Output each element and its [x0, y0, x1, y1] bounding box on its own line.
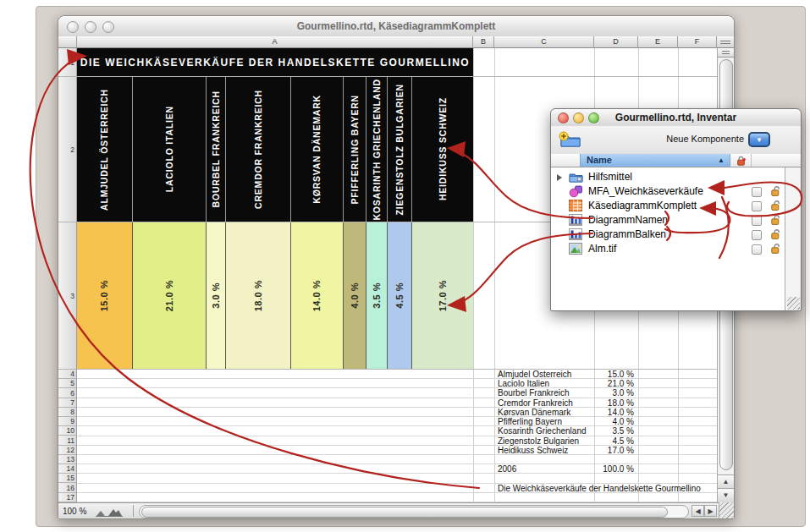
row-header-17[interactable]: 17 — [58, 493, 77, 502]
chart-category-label: CREMDOR FRANKREICH — [253, 90, 263, 209]
item-checkbox[interactable] — [752, 230, 762, 240]
item-checkbox[interactable] — [752, 244, 762, 255]
chart-category-cell[interactable]: HEIDIKUSS SCHWEIZ — [412, 77, 473, 222]
chart-category-label: BOURBEL FRANKREICH — [211, 90, 221, 207]
sheet-row-16[interactable]: Die Weichkäseverkäufe der Handelskette G… — [77, 484, 717, 493]
column-header-b[interactable]: B — [473, 36, 494, 48]
inventar-titlebar[interactable]: Gourmellino.rtd, Inventar — [551, 109, 801, 127]
main-window-titlebar[interactable]: Gourmellino.rtd, KäsediagrammKomplett — [58, 16, 734, 37]
chart-title-cell[interactable]: DIE WEICHKÄSEVERKÄUFE DER HANDELSKETTE G… — [77, 48, 473, 76]
chart-value-cell[interactable]: 18.0 % — [226, 222, 289, 369]
new-component-label: Neue Komponente — [666, 134, 744, 144]
unlock-icon[interactable] — [769, 171, 781, 183]
row-header-3[interactable]: 3 — [58, 222, 77, 370]
row-header-5[interactable]: 5 — [58, 379, 77, 388]
chart-category-cell[interactable]: CREMDOR FRANKREICH — [226, 77, 289, 222]
unlock-icon[interactable] — [769, 228, 781, 240]
row-header-6[interactable]: 6 — [58, 388, 77, 398]
column-header-d[interactable]: D — [594, 36, 638, 48]
row-header-16[interactable]: 16 — [58, 483, 77, 492]
unlock-icon[interactable] — [769, 200, 781, 211]
chart-value-cell[interactable]: 3.5 % — [366, 222, 387, 369]
scroll-left-button[interactable]: ◀ — [692, 505, 704, 517]
chart-value-cell[interactable]: 4.0 % — [344, 222, 366, 369]
row-header-7[interactable]: 7 — [58, 398, 77, 408]
chart-value-cell[interactable]: 3.0 % — [207, 222, 226, 369]
chart-value-cell[interactable]: 21.0 % — [133, 222, 206, 369]
sheet-row-10[interactable]: Kosarinth Griechenland3.5 % — [77, 426, 717, 436]
chart-category-cell[interactable]: BOURBEL FRANKREICH — [207, 77, 226, 222]
horizontal-scrollbar-thumb[interactable] — [141, 507, 668, 518]
item-checkbox[interactable] — [752, 201, 762, 211]
row-header-2[interactable]: 2 — [58, 77, 77, 222]
row-header-10[interactable]: 10 — [58, 426, 77, 436]
sheet-row-9[interactable]: Pfifferling Bayern4.0 % — [77, 417, 717, 426]
select-all-corner[interactable] — [58, 36, 77, 48]
inventar-scrollbar[interactable] — [785, 167, 800, 310]
zoom-in-icon[interactable] — [108, 509, 122, 516]
item-checkbox[interactable] — [752, 187, 762, 197]
chart-value-label: 4.0 % — [350, 282, 360, 309]
column-header-f[interactable]: F — [678, 36, 717, 48]
row-header-4[interactable]: 4 — [58, 370, 77, 379]
inventar-resize-grip[interactable] — [787, 297, 800, 310]
name-column-header[interactable]: Name ▲ — [580, 154, 730, 167]
scroll-right-button[interactable]: ▶ — [704, 505, 717, 517]
sheet-row-6[interactable]: Bourbel Frankreich3.0 % — [77, 388, 717, 398]
sheet-row-13[interactable] — [77, 455, 717, 464]
row-header-15[interactable]: 15 — [58, 474, 77, 483]
unlock-icon[interactable] — [769, 185, 781, 197]
horizontal-scrollbar[interactable] — [139, 505, 689, 518]
row-header-13[interactable]: 13 — [58, 455, 77, 464]
chart-value-cell[interactable]: 15.0 % — [77, 222, 132, 369]
cell-value: 17.0 % — [551, 446, 634, 455]
scroll-down-button[interactable]: ▼ — [718, 488, 734, 502]
disclosure-triangle-icon[interactable] — [557, 174, 562, 181]
column-header-a[interactable]: A — [77, 36, 473, 48]
chart-category-cell[interactable]: PFIFFERLING BAYERN — [344, 77, 366, 222]
chart-value-cell[interactable]: 14.0 % — [291, 222, 343, 369]
chart-value-cell[interactable]: 4.5 % — [388, 222, 411, 369]
row-header-8[interactable]: 8 — [58, 408, 77, 417]
sheet-row-7[interactable]: Cremdor Frankreich18.0 % — [77, 398, 717, 408]
list-item-hilfsmittel[interactable]: Hilfsmittel — [551, 170, 785, 184]
list-item-diagrammnamen[interactable]: DiagrammNamen — [551, 213, 785, 228]
zoom-level[interactable]: 100 % — [63, 507, 86, 516]
list-item-k-sediagrammkomplett[interactable]: KäsediagrammKomplett — [551, 199, 785, 213]
lock-column-header[interactable] — [730, 154, 752, 167]
new-folder-icon[interactable] — [558, 131, 581, 150]
sheet-row-11[interactable]: Ziegenstolz Bulgarien4.5 % — [77, 436, 717, 446]
list-item-alm-tif[interactable]: Alm.tif — [551, 242, 785, 256]
item-checkbox[interactable] — [752, 216, 762, 226]
unlock-icon[interactable] — [769, 214, 781, 226]
new-component-dropdown[interactable]: ▼ — [748, 132, 770, 147]
row-header-9[interactable]: 9 — [58, 417, 77, 426]
unlock-icon[interactable] — [769, 243, 781, 255]
sheet-row-4[interactable]: Almjudel Osterreich15.0 % — [77, 370, 717, 379]
row-header-14[interactable]: 14 — [58, 464, 77, 474]
chart-category-cell[interactable]: ZIEGENSTOLZ BULGARIEN — [388, 77, 411, 222]
list-item-diagrammbalken[interactable]: DiagrammBalken — [551, 228, 785, 242]
column-header-e[interactable]: E — [638, 36, 678, 48]
chart-category-cell[interactable]: LACIOLO ITALIEN — [133, 77, 206, 222]
row-header-12[interactable]: 12 — [58, 446, 77, 455]
chart-value-cell[interactable]: 17.0 % — [412, 222, 473, 369]
column-split-box[interactable] — [717, 36, 734, 48]
chart-category-cell[interactable]: ALMJUDEL ÖSTERREICH — [77, 77, 132, 222]
row-header-1[interactable]: 1 — [58, 48, 77, 77]
column-header-c[interactable]: C — [494, 36, 594, 48]
sheet-row-14[interactable]: 2006100.0 % — [77, 464, 717, 474]
chart-category-cell[interactable]: KOSARINTH GRIECHENLAND — [366, 77, 387, 222]
scroll-up-button[interactable]: ▲ — [718, 474, 734, 489]
sheet-row-15[interactable] — [77, 474, 717, 483]
resize-grip[interactable] — [719, 502, 734, 518]
zoom-out-icon[interactable] — [96, 511, 105, 516]
sheet-row-5[interactable]: Laciolo Italien21.0 % — [77, 379, 717, 388]
sheet-row-17[interactable] — [77, 493, 717, 502]
sheet-row-12[interactable]: Heidikuss Schweiz17.0 % — [77, 446, 717, 455]
row-header-11[interactable]: 11 — [58, 436, 77, 445]
split-handle[interactable] — [718, 48, 734, 58]
chart-category-cell[interactable]: KØRSVAN DÄNEMARK — [291, 77, 343, 222]
sheet-row-8[interactable]: Kørsvan Dänemark14.0 % — [77, 408, 717, 417]
list-item-mfa-weichk-severk-ufe[interactable]: MFA_Weichkäseverkäufe — [551, 184, 785, 199]
